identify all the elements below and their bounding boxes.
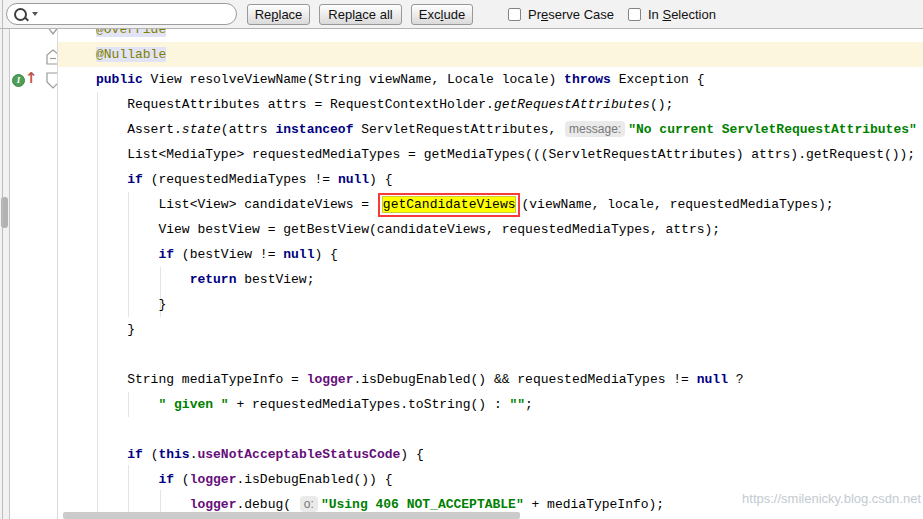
code-token: ServletRequestAttributes, — [353, 122, 564, 137]
code-line[interactable] — [96, 417, 917, 442]
code-token: @Nullable — [96, 47, 166, 62]
search-field[interactable] — [6, 3, 237, 25]
checkbox-icon[interactable] — [628, 8, 641, 21]
parameter-hint-chip: o: — [300, 496, 318, 512]
code-token: this — [158, 447, 189, 462]
code-line[interactable]: View bestView = getBestView(candidateVie… — [96, 217, 917, 242]
code-token: + mediaTypeInfo); — [524, 497, 664, 512]
code-token: if — [158, 247, 174, 262]
fold-collapse-icon[interactable] — [46, 49, 58, 66]
code-token: "Using 406 NOT_ACCEPTABLE" — [321, 497, 524, 512]
code-token: .isDebugEnabled() && requestedMediaTypes… — [353, 372, 696, 387]
code-token: null — [338, 172, 369, 187]
code-token: (viewName, locale, requestedMediaTypes); — [521, 197, 833, 212]
code-token: public — [96, 72, 143, 87]
preserve-case-checkbox[interactable]: Preserve Case — [508, 5, 614, 23]
fold-start-pentagon-icon[interactable] — [46, 72, 58, 89]
code-token: .debug( — [236, 497, 298, 512]
annotation-red-box: getCandidateViews — [378, 193, 521, 217]
replace-button[interactable]: Replace — [247, 4, 310, 25]
code-token: (); — [650, 97, 673, 112]
code-token: Exception { — [611, 72, 705, 87]
code-token: ? — [728, 372, 744, 387]
code-token: ) { — [400, 447, 423, 462]
in-selection-checkbox[interactable]: In Selection — [628, 5, 716, 23]
find-replace-toolbar: Replace Replace all Exclude Preserve Cas… — [0, 0, 923, 29]
code-token: RequestAttributes attrs = RequestContext… — [127, 97, 494, 112]
search-input[interactable] — [43, 5, 228, 23]
code-editor[interactable]: @Override@Nullablepublic View resolveVie… — [58, 29, 923, 519]
code-token: (attrs — [221, 122, 276, 137]
code-token: String mediaTypeInfo = — [127, 372, 306, 387]
code-line[interactable] — [96, 342, 917, 367]
code-token: bestView; — [236, 272, 314, 287]
fold-end-chevron-icon[interactable] — [46, 29, 58, 37]
code-token: List<MediaType> requestedMediaTypes = ge… — [127, 147, 915, 162]
code-token: (bestView != — [174, 247, 283, 262]
code-token: ) { — [369, 172, 392, 187]
code-token: if — [127, 172, 143, 187]
checkbox-icon[interactable] — [508, 8, 521, 21]
frame-edge-line — [2, 0, 3, 519]
code-token: null — [697, 372, 728, 387]
editor-gutter: I ↑ — [10, 29, 58, 519]
code-token: throws — [564, 72, 611, 87]
code-line[interactable]: public View resolveViewName(String viewN… — [96, 67, 917, 92]
code-line[interactable]: } — [96, 292, 917, 317]
preserve-case-label: Preserve Case — [528, 7, 614, 22]
code-token: } — [158, 297, 166, 312]
code-token: if — [127, 447, 143, 462]
code-line[interactable]: Assert.state(attrs instanceof ServletReq… — [96, 117, 917, 142]
exclude-button[interactable]: Exclude — [411, 4, 473, 25]
code-token: + requestedMediaTypes.toString() : — [229, 397, 510, 412]
code-token: "" — [510, 397, 526, 412]
code-token: ; — [525, 397, 533, 412]
code-token: (requestedMediaTypes != — [143, 172, 338, 187]
code-token: null — [283, 247, 314, 262]
code-line[interactable]: if (requestedMediaTypes != null) { — [96, 167, 917, 192]
code-line[interactable]: if (bestView != null) { — [96, 242, 917, 267]
code-token: getRequestAttributes — [494, 97, 650, 112]
watermark: https://smilenicky.blog.csdn.net — [742, 491, 921, 506]
code-line[interactable]: String mediaTypeInfo = logger.isDebugEna… — [96, 367, 917, 392]
code-line[interactable]: List<View> candidateViews = getCandidate… — [96, 192, 917, 217]
code-token: List<View> candidateViews = — [158, 197, 376, 212]
in-selection-label: In Selection — [648, 7, 716, 22]
code-line[interactable]: RequestAttributes attrs = RequestContext… — [96, 92, 917, 117]
code-line[interactable]: @Override — [96, 29, 917, 42]
search-hit-highlight: getCandidateViews — [383, 197, 516, 212]
code-token: .isDebugEnabled()) { — [236, 472, 392, 487]
code-token: return — [190, 272, 237, 287]
code-token: Assert. — [127, 122, 182, 137]
implements-method-icon[interactable]: I — [12, 74, 25, 87]
code-line[interactable]: return bestView; — [96, 267, 917, 292]
code-token: ) { — [314, 247, 337, 262]
search-history-chevron-down-icon[interactable] — [32, 12, 38, 16]
code-token: useNotAcceptableStatusCode — [197, 447, 400, 462]
code-line[interactable]: } — [96, 317, 917, 342]
code-token: @Override — [96, 29, 166, 37]
code-token: instanceof — [275, 122, 353, 137]
code-token: logger — [190, 472, 237, 487]
code-line[interactable]: if (logger.isDebugEnabled()) { — [96, 467, 917, 492]
code-line[interactable]: " given " + requestedMediaTypes.toString… — [96, 392, 917, 417]
code-token: "No current ServletRequestAttributes" — [628, 122, 917, 137]
replace-all-button[interactable]: Replace all — [319, 4, 402, 25]
code-line[interactable]: @Nullable — [96, 42, 917, 67]
code-line[interactable]: List<MediaType> requestedMediaTypes = ge… — [96, 142, 917, 167]
code-token: ( — [174, 472, 190, 487]
code-lines: @Override@Nullablepublic View resolveVie… — [96, 29, 917, 517]
code-token: logger — [307, 372, 354, 387]
code-token: View bestView = getBestView(candidateVie… — [158, 222, 720, 237]
parameter-hint-chip: message: — [565, 121, 625, 137]
code-token: logger — [190, 497, 237, 512]
search-icon — [14, 8, 27, 21]
code-token: if — [158, 472, 174, 487]
override-up-arrow-icon[interactable]: ↑ — [25, 69, 38, 87]
code-token: } — [127, 322, 135, 337]
ide-find-replace-screen: Replace Replace all Exclude Preserve Cas… — [0, 0, 923, 519]
horizontal-scrollbar-thumb[interactable] — [63, 512, 520, 519]
code-line[interactable]: if (this.useNotAcceptableStatusCode) { — [96, 442, 917, 467]
code-token: state — [182, 122, 221, 137]
code-token: ( — [143, 447, 159, 462]
